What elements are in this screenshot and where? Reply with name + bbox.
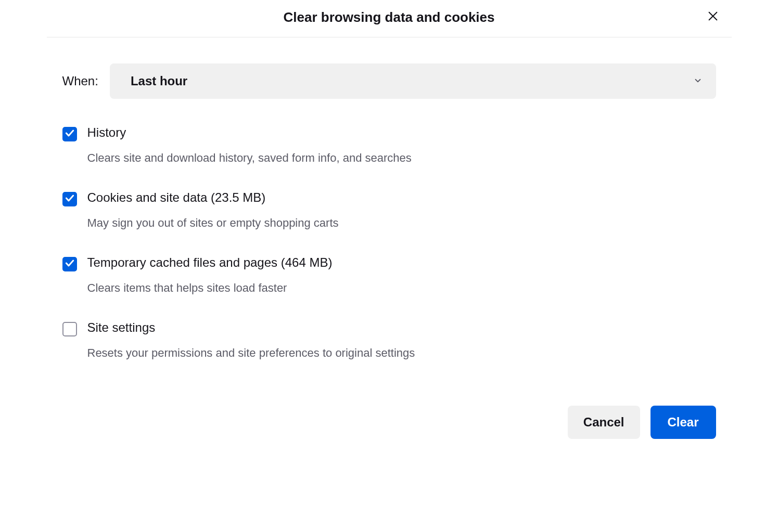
option-desc: Clears site and download history, saved …: [87, 151, 412, 166]
option-texts: Temporary cached files and pages (464 MB…: [87, 256, 333, 296]
clear-browsing-data-dialog: Clear browsing data and cookies When: La…: [47, 0, 732, 455]
dialog-body: When: Last hour: [47, 37, 732, 406]
close-button[interactable]: [704, 7, 722, 26]
clear-button[interactable]: Clear: [651, 406, 716, 439]
option-desc: Clears items that helps sites load faste…: [87, 281, 333, 296]
when-row: When: Last hour: [62, 63, 716, 99]
checkbox-cache[interactable]: [62, 257, 77, 271]
option-desc: Resets your permissions and site prefere…: [87, 346, 415, 361]
close-icon: [707, 10, 719, 23]
option-cookies: Cookies and site data (23.5 MB) May sign…: [62, 191, 716, 231]
option-history: History Clears site and download history…: [62, 126, 716, 166]
check-icon: [65, 193, 75, 205]
dialog-footer: Cancel Clear: [47, 406, 732, 455]
chevron-down-icon: [693, 76, 703, 87]
check-icon: [65, 258, 75, 270]
option-title: History: [87, 126, 412, 139]
option-desc: May sign you out of sites or empty shopp…: [87, 216, 339, 231]
check-icon: [65, 128, 75, 140]
checkbox-cookies[interactable]: [62, 192, 77, 206]
when-label: When:: [62, 74, 98, 88]
option-cache: Temporary cached files and pages (464 MB…: [62, 256, 716, 296]
option-texts: Cookies and site data (23.5 MB) May sign…: [87, 191, 339, 231]
option-title: Cookies and site data (23.5 MB): [87, 191, 339, 204]
option-title: Site settings: [87, 321, 415, 334]
option-texts: Site settings Resets your permissions an…: [87, 321, 415, 361]
dialog-header: Clear browsing data and cookies: [47, 0, 732, 37]
time-range-value: Last hour: [131, 74, 187, 88]
option-texts: History Clears site and download history…: [87, 126, 412, 166]
cancel-button[interactable]: Cancel: [568, 406, 640, 439]
option-title: Temporary cached files and pages (464 MB…: [87, 256, 333, 269]
checkbox-site-settings[interactable]: [62, 322, 77, 336]
options-list: History Clears site and download history…: [62, 126, 716, 361]
checkbox-history[interactable]: [62, 127, 77, 141]
option-site-settings: Site settings Resets your permissions an…: [62, 321, 716, 361]
dialog-title: Clear browsing data and cookies: [284, 9, 495, 25]
time-range-select[interactable]: Last hour: [110, 63, 716, 99]
